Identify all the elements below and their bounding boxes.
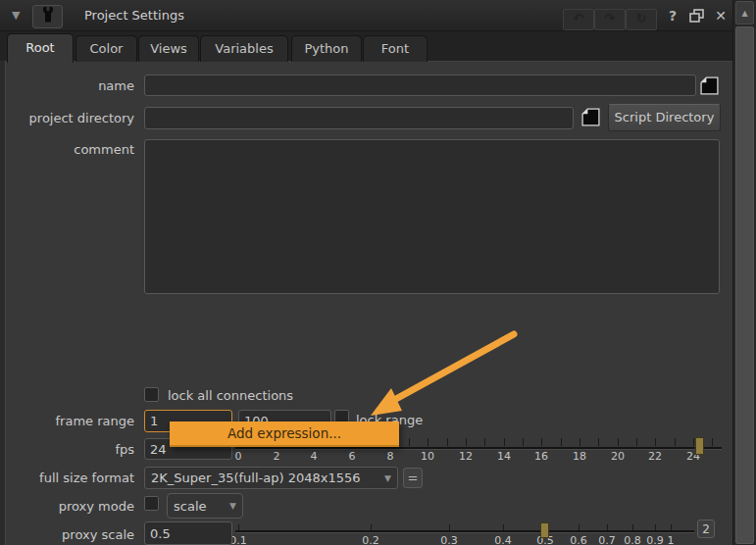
close-button[interactable]: ✕ — [712, 7, 730, 25]
proxy-mode-value: scale — [174, 499, 207, 514]
name-file-icon[interactable] — [699, 75, 720, 100]
project-directory-label: project directory — [0, 111, 134, 125]
fps-tick-label: 2 — [274, 450, 280, 463]
proxy-tick-label: 0.8 — [624, 534, 641, 545]
proxy-mode-label: proxy mode — [0, 499, 134, 514]
comment-textarea[interactable] — [144, 139, 720, 294]
proxy-scale-slider[interactable]: 0.1 0.2 0.3 0.4 0.5 0.6 0.7 0.8 0.9 1 — [235, 521, 696, 545]
name-label: name — [0, 78, 134, 93]
help-button[interactable]: ? — [664, 7, 681, 25]
tab-root[interactable]: Root — [7, 33, 74, 63]
float-window-button[interactable] — [689, 8, 707, 24]
proxy-mode-checkbox[interactable] — [144, 496, 159, 511]
scrollbar-up-button[interactable]: ▲ — [735, 1, 754, 25]
project-directory-input[interactable] — [144, 107, 574, 129]
lock-all-connections-checkbox[interactable] — [144, 387, 159, 402]
fps-tick-label: 4 — [311, 450, 318, 463]
tab-views[interactable]: Views — [138, 35, 199, 62]
proxy-tick — [238, 524, 239, 530]
fps-slider-handle[interactable] — [695, 437, 704, 455]
undo-button[interactable]: ↶ — [563, 9, 594, 30]
project-directory-file-icon[interactable] — [580, 107, 601, 131]
proxy-tick-label: 0.6 — [570, 534, 587, 545]
full-size-format-label: full size format — [0, 471, 134, 485]
lock-all-connections-label: lock all connections — [168, 388, 293, 403]
fps-label: fps — [0, 442, 134, 457]
chevron-down-icon: ▼ — [384, 473, 391, 483]
proxy-tick-label: 1 — [668, 534, 675, 545]
proxy-tick — [579, 524, 580, 530]
proxy-tick-label: 0.3 — [440, 534, 458, 545]
collapse-triangle-icon[interactable]: ▼ — [12, 10, 20, 22]
proxy-tick — [449, 524, 450, 530]
proxy-scale-slider-track[interactable] — [235, 530, 694, 533]
vertical-scrollbar[interactable]: ▲ — [732, 0, 756, 545]
proxy-scale-max-value: 2 — [697, 520, 715, 538]
fps-tick-label: 6 — [349, 450, 356, 463]
properties-wrench-button[interactable] — [32, 5, 63, 28]
script-directory-button[interactable]: Script Directory — [608, 104, 721, 131]
proxy-scale-input[interactable] — [144, 521, 232, 545]
proxy-tick-label: 0.2 — [362, 534, 379, 545]
chevron-down-icon: ▼ — [229, 501, 236, 511]
proxy-tick — [671, 524, 672, 530]
redo-button[interactable]: ↷ — [594, 9, 626, 30]
fps-tick-label: 12 — [459, 450, 473, 463]
tab-python[interactable]: Python — [291, 35, 362, 62]
titlebar: ▼ Project Settings ↶ ↷ ↻ ? ✕ — [0, 0, 732, 31]
fps-tick-label: 14 — [497, 450, 511, 463]
proxy-tick-label: 0.4 — [494, 534, 512, 545]
help-icon: ? — [669, 8, 677, 24]
redo-icon: ↷ — [605, 11, 616, 25]
project-settings-window: ▼ Project Settings ↶ ↷ ↻ ? ✕ — [0, 0, 756, 545]
format-equals-button[interactable]: = — [403, 468, 423, 488]
fps-tick-label: 10 — [421, 450, 434, 463]
window-title: Project Settings — [84, 0, 184, 31]
close-icon: ✕ — [715, 8, 727, 24]
scroll-up-icon: ▲ — [741, 9, 747, 18]
history-button-group: ↶ ↷ ↻ — [563, 9, 657, 30]
proxy-tick-label: 0.7 — [598, 534, 616, 545]
undo-icon: ↶ — [574, 11, 584, 25]
proxy-scale-slider-handle[interactable] — [540, 522, 549, 538]
tab-variables[interactable]: Variables — [200, 35, 288, 62]
frame-range-label: frame range — [0, 414, 134, 428]
revert-icon: ↻ — [636, 11, 647, 25]
proxy-scale-label: proxy scale — [0, 527, 134, 542]
fps-tick-label: 0 — [235, 450, 242, 463]
proxy-tick — [607, 524, 608, 530]
scrollbar-thumb[interactable] — [735, 26, 754, 544]
full-size-format-value: 2K_Super_35(full-ap) 2048x1556 — [151, 471, 361, 485]
fps-tick-label: 22 — [648, 450, 662, 463]
full-size-format-dropdown[interactable]: 2K_Super_35(full-ap) 2048x1556 ▼ — [144, 467, 398, 489]
name-input[interactable] — [144, 74, 696, 96]
proxy-tick — [655, 524, 656, 530]
tab-color[interactable]: Color — [76, 35, 137, 62]
revert-button[interactable]: ↻ — [626, 9, 657, 30]
fps-tick-label: 16 — [534, 450, 548, 463]
proxy-tick — [503, 524, 504, 530]
wrench-icon — [40, 6, 56, 27]
fps-tick-label: 20 — [611, 450, 625, 463]
proxy-tick — [632, 524, 633, 530]
comment-label: comment — [0, 142, 134, 157]
fps-tick-label: 8 — [387, 450, 394, 463]
proxy-mode-dropdown[interactable]: scale ▼ — [167, 493, 243, 519]
proxy-tick — [371, 524, 372, 530]
float-icon — [689, 9, 705, 27]
tab-font[interactable]: Font — [363, 35, 428, 62]
proxy-tick-label: 0.9 — [646, 534, 664, 545]
fps-tick-label: 18 — [573, 450, 586, 463]
add-expression-menu-item[interactable]: Add expression... — [170, 421, 399, 447]
